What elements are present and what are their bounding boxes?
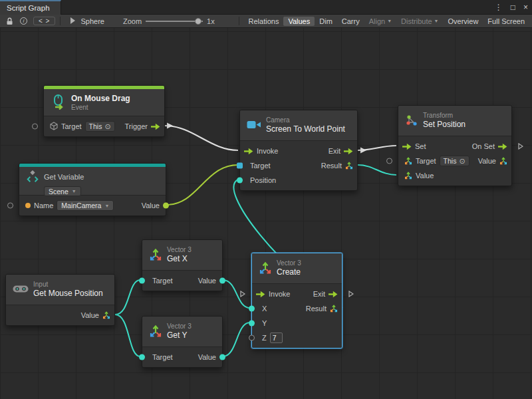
window-tab-bar: Script Graph ⋮ □ ×: [0, 0, 532, 15]
wire-camera-result-to-value[interactable]: [358, 165, 396, 175]
set-port-label: Set: [415, 142, 426, 150]
vector3-result-port[interactable]: [345, 162, 353, 170]
node-get-variable[interactable]: Get Variable Scene ▼ Name MainCamera ▼ V…: [19, 163, 166, 216]
breadcrumb-label: Sphere: [80, 17, 104, 25]
tab-script-graph[interactable]: Script Graph: [0, 0, 61, 15]
node-title: Get Mouse Position: [33, 289, 103, 299]
flow-out-port[interactable]: [344, 148, 353, 155]
zoom-slider-knob[interactable]: [195, 18, 201, 25]
gamepad-icon: [13, 284, 29, 295]
vector3-value-port[interactable]: [102, 311, 110, 319]
transform-target-port[interactable]: [404, 157, 412, 165]
target-this-chip[interactable]: This ⊙: [85, 121, 115, 132]
node-get-y[interactable]: Vector 3 Get Y Target Value: [142, 316, 223, 368]
vector3-icon: [149, 325, 162, 339]
flow-out-port[interactable]: [329, 291, 338, 298]
object-picker-icon[interactable]: ⊙: [459, 157, 465, 166]
lock-icon[interactable]: [3, 17, 17, 25]
node-get-mouse-position[interactable]: Input Get Mouse Position Value: [5, 274, 115, 326]
window-close-icon[interactable]: ×: [523, 3, 528, 12]
vector3-value-out-port[interactable]: [499, 157, 507, 165]
node-title: Screen To World Point: [266, 124, 345, 134]
zoom-label: Zoom: [123, 17, 142, 25]
align-button[interactable]: Align ▼: [364, 17, 396, 26]
value-out-port-label: Value: [478, 157, 496, 165]
relations-button[interactable]: Relations: [244, 17, 284, 26]
y-port-label: Y: [262, 319, 267, 327]
on-set-port-label: On Set: [472, 142, 495, 150]
node-row: Target This ⊙ Value: [398, 154, 511, 168]
node-title: Get Y: [167, 331, 192, 340]
node-screen-to-world-point[interactable]: Camera Screen To World Point Invoke Exit…: [239, 110, 358, 191]
flow-out-port[interactable]: [151, 123, 160, 130]
target-port[interactable]: [139, 278, 145, 284]
tab-title: Script Graph: [7, 4, 50, 12]
camera-target-port[interactable]: [237, 163, 243, 169]
overview-button[interactable]: Overview: [444, 17, 483, 26]
node-on-mouse-drag[interactable]: On Mouse Drag Event Target This ⊙ Trigge…: [43, 85, 165, 137]
window-maximize-icon[interactable]: □: [511, 3, 515, 12]
value-port[interactable]: [219, 354, 225, 360]
info-icon[interactable]: i: [17, 17, 31, 25]
node-set-position[interactable]: Transform Set Position Set On Set: [398, 105, 512, 186]
align-label: Align: [369, 17, 385, 25]
node-category: Vector 3: [277, 259, 301, 267]
fullscreen-button[interactable]: Full Screen: [483, 17, 529, 26]
y-port[interactable]: [249, 321, 255, 327]
flow-in-port[interactable]: [256, 291, 265, 298]
carry-button[interactable]: Carry: [337, 17, 364, 26]
z-value-input[interactable]: [270, 332, 283, 343]
node-title: Create: [277, 267, 301, 277]
dim-button[interactable]: Dim: [315, 17, 337, 26]
target-port[interactable]: [32, 124, 38, 130]
name-port-outer[interactable]: [7, 203, 13, 209]
vector3-result-port[interactable]: [330, 305, 338, 313]
position-port[interactable]: [237, 178, 243, 184]
flow-out-port-outer[interactable]: [348, 291, 354, 297]
code-view-button[interactable]: < >: [33, 17, 55, 25]
wire-mouse-to-getx[interactable]: [115, 280, 140, 315]
invoke-port-label: Invoke: [257, 147, 278, 155]
dropdown-caret-icon: ▼: [72, 189, 76, 194]
wire-getx-to-x[interactable]: [223, 280, 250, 308]
z-port[interactable]: [249, 335, 255, 341]
wire-mouse-to-gety[interactable]: [115, 315, 140, 356]
dropdown-caret-icon: ▼: [434, 19, 439, 23]
camera-icon: [247, 120, 261, 131]
flow-in-port[interactable]: [244, 148, 253, 155]
target-this-chip[interactable]: This ⊙: [440, 156, 469, 166]
target-this-label: This: [89, 122, 102, 130]
x-port[interactable]: [249, 306, 255, 312]
node-row: Position: [240, 173, 357, 188]
breadcrumb[interactable]: Sphere: [65, 17, 108, 26]
flow-in-port[interactable]: [402, 143, 412, 150]
flow-out-port[interactable]: [498, 143, 507, 150]
node-get-x[interactable]: Vector 3 Get X Target Value: [142, 239, 223, 291]
result-port-label: Result: [306, 305, 327, 313]
wire-variable-to-camera-target[interactable]: [166, 165, 238, 205]
value-port-label: Value: [198, 353, 216, 361]
vector3-icon: [259, 261, 272, 276]
target-port[interactable]: [139, 354, 145, 360]
window-menu-icon[interactable]: ⋮: [495, 3, 503, 12]
distribute-button[interactable]: Distribute ▼: [396, 17, 443, 26]
flow-out-port-outer[interactable]: [518, 143, 523, 150]
value-port-label: Value: [198, 277, 216, 285]
values-button[interactable]: Values: [283, 17, 315, 26]
vector3-value-in-port[interactable]: [404, 172, 412, 180]
flow-in-port-outer[interactable]: [240, 291, 245, 297]
value-port-label: Value: [81, 311, 99, 319]
object-picker-icon[interactable]: ⊙: [104, 122, 110, 131]
wire-gety-to-y[interactable]: [223, 323, 250, 356]
wire-trigger-to-invoke[interactable]: [165, 126, 238, 150]
target-port-outer[interactable]: [386, 158, 392, 164]
variable-kind-dropdown[interactable]: Scene ▼: [44, 186, 81, 196]
value-port[interactable]: [163, 203, 169, 209]
name-port[interactable]: [25, 203, 31, 208]
node-vector3-create[interactable]: Vector 3 Create Invoke Exit: [251, 253, 342, 348]
value-port[interactable]: [219, 278, 225, 284]
name-port-label: Name: [34, 201, 53, 209]
zoom-slider[interactable]: [146, 17, 203, 25]
variable-name-dropdown[interactable]: MainCamera ▼: [57, 200, 114, 211]
graph-canvas[interactable]: On Mouse Drag Event Target This ⊙ Trigge…: [0, 28, 532, 399]
